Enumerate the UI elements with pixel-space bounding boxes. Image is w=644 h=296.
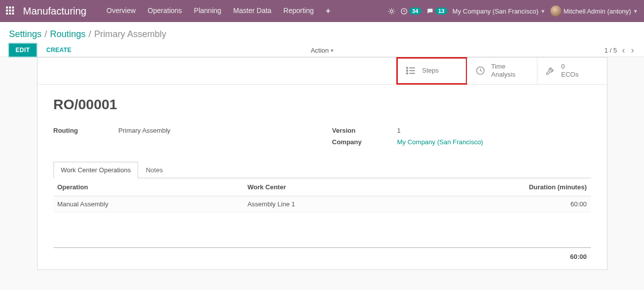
table-row[interactable]: Manual Assembly Assembly Line 1 60:00 xyxy=(54,196,591,212)
stat-time-label: Time Analysis xyxy=(491,63,515,79)
fields-right: Version 1 Company My Company (San Franci… xyxy=(332,125,591,148)
nav-overview[interactable]: Overview xyxy=(102,3,141,20)
action-bar: EDIT CREATE Action ▾ 1 / 5 ‹ › xyxy=(9,44,635,57)
record-title: RO/00001 xyxy=(54,97,591,113)
list-icon xyxy=(405,65,416,76)
version-label: Version xyxy=(332,127,397,134)
top-nav: Overview Operations Planning Master Data… xyxy=(102,3,336,20)
version-value: 1 xyxy=(397,127,401,134)
nav-planning[interactable]: Planning xyxy=(189,3,227,20)
breadcrumb-separator: / xyxy=(89,29,91,40)
nav-reporting[interactable]: Reporting xyxy=(278,3,319,20)
pager-next-icon[interactable]: › xyxy=(630,45,635,56)
notebook-tabs: Work Center Operations Notes xyxy=(54,162,591,178)
breadcrumb-routings[interactable]: Routings xyxy=(50,29,86,40)
breadcrumb-settings[interactable]: Settings xyxy=(9,29,42,40)
form-sheet: Steps Time Analysis 0 ECOs xyxy=(37,57,607,270)
tab-notes[interactable]: Notes xyxy=(138,162,170,178)
grid-total-row: 60:00 xyxy=(54,247,591,265)
app-brand[interactable]: Manufacturing xyxy=(23,6,87,17)
breadcrumb-separator: / xyxy=(45,29,47,40)
avatar xyxy=(550,6,561,17)
pager-prev-icon[interactable]: ‹ xyxy=(621,45,626,56)
grid-header: Operation Work Center Duration (minutes) xyxy=(54,178,591,196)
stat-buttons: Steps Time Analysis 0 ECOs xyxy=(38,58,607,85)
discuss-badge: 13 xyxy=(435,8,447,15)
clock-icon xyxy=(475,66,485,76)
topbar-right: 34 13 My Company (San Francisco) ▼ Mitch… xyxy=(388,6,638,17)
chevron-down-icon: ▾ xyxy=(331,48,333,53)
breadcrumb-current: Primary Assembly xyxy=(94,29,166,40)
col-operation[interactable]: Operation xyxy=(58,183,248,191)
sheet-wrap: Steps Time Analysis 0 ECOs xyxy=(0,57,644,290)
routing-label: Routing xyxy=(54,127,119,134)
nav-operations[interactable]: Operations xyxy=(143,3,187,20)
routing-value: Primary Assembly xyxy=(119,127,171,134)
stat-steps-label: Steps xyxy=(422,67,439,75)
pager-text: 1 / 5 xyxy=(604,47,617,54)
pager: 1 / 5 ‹ › xyxy=(604,45,635,56)
col-duration[interactable]: Duration (minutes) xyxy=(507,183,587,191)
stat-button-ecos[interactable]: 0 ECOs xyxy=(537,58,607,84)
user-name: Mitchell Admin (antony) xyxy=(563,8,631,15)
svg-point-0 xyxy=(390,10,393,13)
create-button[interactable]: CREATE xyxy=(41,44,78,56)
chevron-down-icon: ▼ xyxy=(633,9,638,14)
stat-button-time[interactable]: Time Analysis xyxy=(467,58,537,84)
action-menu-label: Action xyxy=(311,47,329,54)
operations-grid: Operation Work Center Duration (minutes)… xyxy=(54,178,591,265)
stat-ecos-label: 0 ECOs xyxy=(561,63,579,79)
activities-icon[interactable]: 34 xyxy=(400,8,421,15)
svg-point-2 xyxy=(406,68,407,69)
chevron-down-icon: ▼ xyxy=(540,9,545,14)
apps-icon[interactable] xyxy=(6,7,15,16)
sheet-body: RO/00001 Routing Primary Assembly Versio… xyxy=(38,85,607,269)
cell-duration: 60:00 xyxy=(507,200,587,208)
discuss-icon[interactable]: 13 xyxy=(426,8,447,15)
cell-work-center: Assembly Line 1 xyxy=(247,200,506,208)
debug-icon[interactable] xyxy=(388,8,395,15)
wrench-icon xyxy=(545,66,555,76)
page: Settings / Routings / Primary Assembly E… xyxy=(0,22,644,57)
edit-button[interactable]: EDIT xyxy=(9,44,37,57)
activities-badge: 34 xyxy=(409,8,421,15)
cell-operation: Manual Assembly xyxy=(58,200,248,208)
total-duration: 60:00 xyxy=(507,253,587,260)
stat-button-steps[interactable]: Steps xyxy=(397,58,467,84)
company-selector[interactable]: My Company (San Francisco) ▼ xyxy=(452,8,545,15)
nav-plus-icon[interactable]: + xyxy=(321,3,335,20)
company-value[interactable]: My Company (San Francisco) xyxy=(397,138,483,146)
svg-point-4 xyxy=(406,73,407,74)
svg-point-3 xyxy=(406,70,407,71)
fields-left: Routing Primary Assembly xyxy=(54,125,312,148)
user-menu[interactable]: Mitchell Admin (antony) ▼ xyxy=(550,6,638,17)
col-work-center[interactable]: Work Center xyxy=(247,183,506,191)
topbar: Manufacturing Overview Operations Planni… xyxy=(0,0,644,22)
company-name: My Company (San Francisco) xyxy=(452,8,538,15)
nav-master-data[interactable]: Master Data xyxy=(228,3,276,20)
tab-work-center-operations[interactable]: Work Center Operations xyxy=(54,162,139,178)
fields-grid: Routing Primary Assembly Version 1 Compa… xyxy=(54,125,591,148)
action-menu[interactable]: Action ▾ xyxy=(311,47,333,54)
company-label: Company xyxy=(332,138,397,146)
breadcrumb: Settings / Routings / Primary Assembly xyxy=(9,22,635,44)
